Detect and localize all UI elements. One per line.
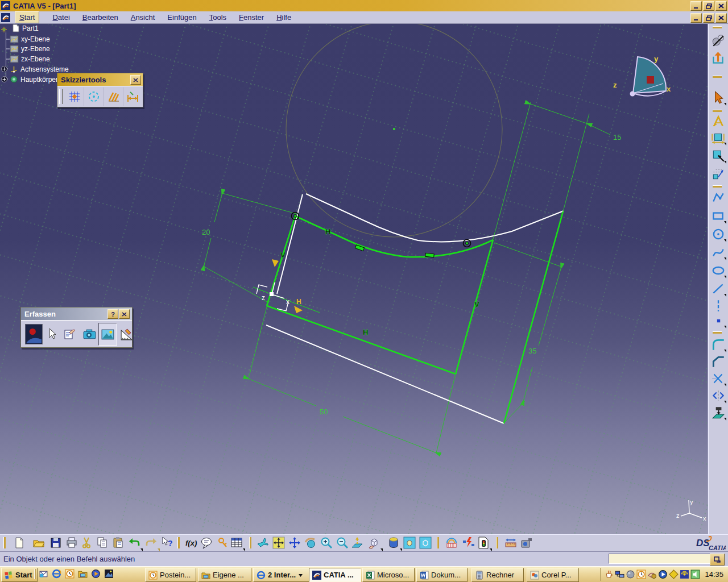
quick-launch-folder-icon[interactable]	[78, 569, 88, 579]
fly-mode-button[interactable]	[256, 536, 271, 551]
undo-button[interactable]	[127, 536, 142, 551]
image-button-selected[interactable]	[98, 323, 117, 346]
constraint-button[interactable]	[711, 130, 726, 145]
key-button[interactable]	[216, 536, 231, 551]
spline-button[interactable]	[711, 245, 726, 260]
quick-launch-clock-icon[interactable]	[65, 569, 75, 579]
quick-launch-outlook-express-icon[interactable]	[39, 569, 49, 579]
dimension-35[interactable]: 35	[528, 347, 536, 355]
network-tray-icon[interactable]	[615, 569, 624, 579]
zoom-in-button[interactable]	[320, 536, 334, 551]
expand-icon[interactable]	[1, 76, 7, 82]
media-player-tray-icon[interactable]	[658, 569, 668, 579]
axis-button[interactable]	[711, 298, 726, 313]
volume-ball-tray-icon[interactable]	[626, 569, 635, 579]
title-bar[interactable]: CATIA V5 - [Part1]	[0, 0, 728, 11]
cut-button[interactable]	[80, 536, 94, 551]
menu-fenster[interactable]: Fenster	[235, 12, 268, 23]
form-button[interactable]	[60, 324, 78, 344]
construction-element-button[interactable]	[84, 87, 104, 106]
chamfer-button[interactable]	[711, 354, 726, 369]
copy-button[interactable]	[96, 536, 110, 551]
catalog-button[interactable]	[445, 536, 460, 551]
knowledge-button[interactable]	[462, 536, 477, 551]
exit-workbench-button[interactable]	[711, 51, 726, 65]
skizziertools-title-bar[interactable]: Skizziertools	[57, 73, 143, 86]
circle-center-point[interactable]	[393, 128, 395, 130]
quick-launch-internet-explorer-icon[interactable]	[52, 569, 62, 579]
sync-hand-tray-icon[interactable]	[647, 569, 657, 579]
minimize-button[interactable]	[690, 1, 702, 11]
contact-constraint-button[interactable]	[711, 148, 726, 163]
task-internet-explorer-group[interactable]: 2 Inter...	[253, 568, 311, 582]
save-button[interactable]	[49, 536, 64, 551]
tree-item-xy-ebene[interactable]: xy-Ebene	[10, 35, 50, 43]
line-button[interactable]	[711, 281, 726, 296]
circle-button[interactable]	[711, 227, 726, 242]
animate-constraint-button[interactable]	[711, 167, 726, 181]
menu-datei[interactable]: Datei	[48, 12, 73, 23]
menu-hilfe[interactable]: Hilfe	[272, 12, 295, 23]
context-help-button[interactable]: ?	[160, 536, 175, 551]
wireless-tray-icon[interactable]	[680, 569, 689, 579]
print-button[interactable]	[65, 536, 80, 551]
constraints-dialog-button[interactable]	[711, 114, 726, 129]
menu-bearbeiten[interactable]: Bearbeiten	[78, 12, 122, 23]
pan-button[interactable]	[288, 536, 303, 551]
erfassen-close-button[interactable]	[119, 309, 130, 319]
redo-button[interactable]	[144, 536, 159, 551]
dimensional-constraints-button[interactable]	[123, 87, 143, 106]
tree-item-yz-ebene[interactable]: yz-Ebene	[10, 45, 50, 53]
rule-check-button[interactable]	[477, 536, 491, 551]
task-eigene-dateien[interactable]: Eigene ...	[198, 568, 251, 582]
menu-tools[interactable]: Tools	[205, 12, 230, 23]
quick-launch-media-player-icon[interactable]	[91, 569, 101, 579]
task-rechner[interactable]: Rechner	[471, 568, 524, 582]
design-table-button[interactable]	[230, 536, 245, 551]
hide-show-button[interactable]	[403, 536, 417, 551]
sketcher-workbench-button[interactable]	[711, 33, 726, 48]
camera-button[interactable]	[81, 324, 98, 344]
symmetry-button[interactable]	[711, 388, 726, 403]
toolbar-grip[interactable]	[496, 537, 498, 548]
quick-launch-photoshop-icon[interactable]	[104, 569, 114, 579]
toolbar-grip[interactable]	[3, 537, 6, 548]
dimension-50[interactable]: 50	[320, 408, 328, 416]
start-button[interactable]: Start	[1, 568, 38, 582]
multi-view-button[interactable]	[367, 536, 382, 551]
skizziertools-close-button[interactable]	[130, 75, 141, 85]
paste-button[interactable]	[111, 536, 126, 551]
expand-icon[interactable]	[1, 66, 7, 72]
doc-minimize-button[interactable]	[690, 13, 702, 23]
erfassen-toolbar[interactable]: Erfassen ?	[20, 307, 133, 348]
task-catia-active[interactable]: CATIA ...	[309, 568, 361, 582]
fit-all-in-button[interactable]	[272, 536, 287, 551]
task-posteingang[interactable]: Postein...	[145, 568, 196, 582]
toolbar-grip[interactable]	[713, 26, 722, 28]
geometrical-constraints-button[interactable]	[104, 87, 123, 106]
tree-item-zx-ebene[interactable]: zx-Ebene	[10, 55, 50, 63]
corner-button[interactable]	[711, 337, 726, 352]
screen-grab-button[interactable]	[520, 536, 535, 551]
new-document-button[interactable]	[13, 536, 27, 551]
dimension-20[interactable]: 20	[202, 228, 210, 236]
record-button[interactable]	[25, 324, 43, 344]
doc-restore-button[interactable]	[703, 13, 714, 23]
select-button[interactable]	[43, 324, 60, 344]
toolbar-grip[interactable]	[249, 537, 251, 548]
select-arrow-button[interactable]	[711, 90, 726, 105]
java-tray-icon[interactable]	[604, 569, 614, 579]
task-corel[interactable]: Corel P...	[527, 568, 579, 582]
menu-ansicht[interactable]: Ansicht	[127, 12, 159, 23]
rotate-button[interactable]	[304, 536, 318, 551]
formula-button[interactable]: f(x)	[184, 536, 199, 551]
task-word-dokument[interactable]: Dokum...	[416, 568, 468, 582]
profile-button[interactable]	[711, 190, 726, 205]
normal-view-button[interactable]	[350, 536, 365, 551]
tree-item-part1[interactable]: Part1	[11, 24, 39, 32]
shading-button[interactable]	[387, 536, 402, 551]
close-button[interactable]	[715, 1, 727, 11]
toolbar-grip[interactable]	[713, 76, 722, 78]
tree-item-achsensysteme[interactable]: Achsensysteme	[1, 65, 69, 73]
menu-einfuegen[interactable]: Einfügen	[163, 12, 200, 23]
